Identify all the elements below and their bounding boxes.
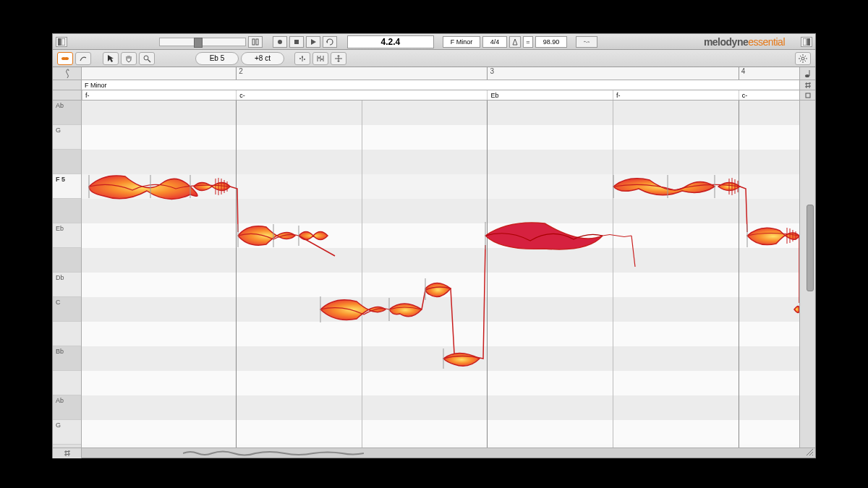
chord-segment[interactable]: c-: [236, 90, 245, 100]
pitch-label[interactable]: [53, 371, 81, 395]
chord-segment[interactable]: Eb: [487, 90, 498, 100]
svg-line-78: [64, 454, 70, 455]
overview-gutter: [53, 448, 82, 458]
hand-tool[interactable]: [121, 52, 137, 65]
pitch-label[interactable]: C: [53, 297, 81, 322]
svg-marker-6: [311, 39, 316, 45]
note-blob[interactable]: [613, 175, 740, 198]
svg-rect-46: [806, 93, 810, 98]
arrow-tool[interactable]: [103, 52, 119, 65]
key-strip[interactable]: F Minor: [82, 80, 799, 90]
key-display[interactable]: F Minor: [443, 36, 480, 48]
pitch-label[interactable]: G: [53, 420, 81, 445]
note-blob[interactable]: [747, 224, 799, 247]
note-blob[interactable]: [389, 298, 422, 321]
metronome-icon[interactable]: [509, 36, 521, 48]
position-display[interactable]: 4.2.4: [347, 35, 434, 48]
editor-grid[interactable]: [82, 100, 799, 448]
panel-toggle-right[interactable]: [801, 37, 812, 47]
note-blob[interactable]: [443, 245, 485, 369]
pitch-label[interactable]: [53, 199, 81, 223]
pitch-label[interactable]: Bb: [53, 346, 81, 371]
pitch-ruler[interactable]: AbGF 5EbDbCBbAbG: [53, 100, 82, 448]
chord-row: f-c-Ebf-c-: [53, 90, 815, 100]
svg-marker-29: [337, 55, 340, 56]
cents-readout[interactable]: +8 ct: [241, 52, 284, 65]
svg-rect-0: [58, 38, 61, 46]
note-blob[interactable]: [794, 307, 799, 313]
pitch-label[interactable]: [53, 150, 81, 174]
pitch-label[interactable]: Eb: [53, 223, 81, 248]
vertical-scrollbar[interactable]: [807, 205, 814, 291]
app-window: 4.2.4 F Minor 4/4 = 98.90 melodyneessent…: [52, 33, 816, 458]
chord-strip[interactable]: f-c-Ebf-c-: [82, 90, 799, 100]
cycle-button[interactable]: [323, 36, 337, 48]
chord-segment[interactable]: f-: [613, 90, 621, 100]
svg-marker-30: [337, 61, 340, 62]
note-blobs-layer[interactable]: [82, 100, 799, 448]
svg-point-18: [299, 58, 301, 59]
pitch-label[interactable]: [53, 322, 81, 346]
time-ruler-row: 2 3 4: [53, 67, 815, 80]
svg-line-45: [805, 86, 811, 87]
svg-point-9: [584, 41, 584, 42]
note-blob[interactable]: [299, 226, 335, 256]
note-blob[interactable]: [238, 224, 299, 247]
zoom-slider[interactable]: [159, 38, 246, 46]
autoscroll-button[interactable]: [248, 36, 263, 48]
tempo-display[interactable]: 98.90: [535, 36, 567, 48]
pitch-label[interactable]: [53, 248, 81, 273]
settings-icon[interactable]: [795, 52, 811, 65]
zoom-tool[interactable]: [139, 52, 155, 65]
leveling-macro[interactable]: [331, 52, 346, 65]
overview-waveform[interactable]: [183, 450, 364, 457]
note-blob[interactable]: [422, 278, 454, 354]
svg-rect-11: [803, 38, 807, 46]
chord-segment[interactable]: c-: [739, 90, 748, 100]
brand-logo: melodyneessential: [704, 36, 785, 48]
svg-rect-12: [807, 38, 810, 46]
pitch-label[interactable]: Ab: [53, 100, 81, 125]
time-ruler[interactable]: 2 3 4: [82, 67, 799, 80]
chord-segment[interactable]: f-: [82, 90, 90, 100]
main-tool[interactable]: [57, 52, 73, 65]
svg-point-4: [278, 40, 282, 44]
resize-corner-icon[interactable]: [805, 448, 814, 456]
timesig-display[interactable]: 4/4: [482, 36, 507, 48]
quantize-time-macro[interactable]: [312, 52, 328, 65]
chord-icon[interactable]: [799, 90, 815, 100]
note-blob[interactable]: [485, 222, 635, 267]
pitch-label[interactable]: G: [53, 125, 81, 150]
record-button[interactable]: [273, 36, 287, 48]
note-editor: AbGF 5EbDbCBbAbG: [53, 100, 815, 448]
svg-marker-15: [108, 55, 114, 62]
pitch-tool[interactable]: [75, 52, 91, 65]
pitch-label[interactable]: Ab: [53, 395, 81, 420]
svg-line-79: [807, 449, 813, 455]
overview-strip[interactable]: [53, 448, 815, 458]
svg-marker-8: [513, 39, 517, 45]
key-row: F Minor: [53, 80, 815, 90]
note-blob[interactable]: [89, 175, 230, 199]
top-bar: 4.2.4 F Minor 4/4 = 98.90 melodyneessent…: [53, 34, 815, 50]
svg-point-40: [805, 74, 809, 77]
svg-line-36: [800, 56, 801, 57]
svg-point-10: [588, 41, 589, 42]
correct-pitch-macro[interactable]: [294, 52, 310, 65]
pitch-label[interactable]: Db: [53, 273, 81, 297]
note-value-icon[interactable]: [799, 67, 815, 80]
tool-bar: Eb 5 +8 ct: [53, 50, 815, 67]
play-button[interactable]: [306, 36, 320, 48]
svg-point-25: [318, 57, 320, 59]
svg-rect-2: [252, 39, 255, 45]
svg-point-26: [321, 59, 323, 60]
stop-button[interactable]: [289, 36, 304, 48]
sharp-icon[interactable]: [799, 80, 815, 90]
svg-line-17: [148, 59, 151, 62]
panel-toggle-left[interactable]: [56, 37, 67, 47]
quantize-button[interactable]: [576, 36, 597, 48]
note-blob[interactable]: [320, 296, 389, 322]
svg-rect-3: [256, 39, 258, 45]
pitch-label[interactable]: F 5: [53, 174, 81, 199]
pitch-readout[interactable]: Eb 5: [195, 52, 239, 65]
